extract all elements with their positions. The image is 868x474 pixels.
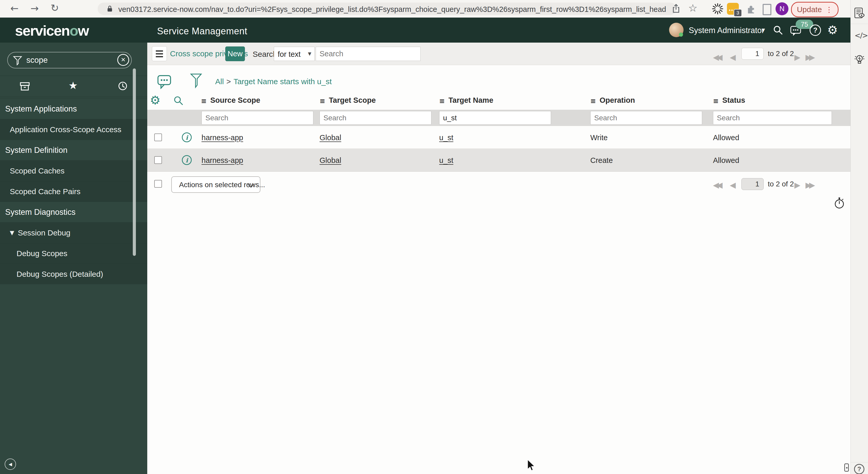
sidebar-item-label: Debug Scopes (Detailed) xyxy=(17,270,103,278)
sidebar-item-label: Scoped Cache Pairs xyxy=(10,187,81,196)
forward-icon[interactable]: → xyxy=(30,3,39,13)
reload-icon[interactable]: ↻ xyxy=(51,3,59,13)
tab-history-clock-icon[interactable] xyxy=(118,81,128,92)
column-search-toggle-icon[interactable] xyxy=(173,95,184,108)
sidebar-item-label: Application Cross-Scope Access xyxy=(10,125,121,134)
breadcrumb-filter-icon[interactable] xyxy=(190,73,202,90)
table-row[interactable]: i harness-app Global u_st Write Allowed xyxy=(147,126,850,149)
sidebar: ✕ ★ System Applications Application Cros… xyxy=(0,43,147,474)
sidebar-collapse-button[interactable]: ◀ xyxy=(5,459,16,470)
update-button[interactable]: Update ⋮ xyxy=(791,2,839,17)
prev-page-icon[interactable]: ◀ xyxy=(730,54,734,61)
sidebar-item-scoped-cache-pairs[interactable]: Scoped Cache Pairs xyxy=(0,181,147,202)
column-header-target-scope[interactable]: Target Scope xyxy=(329,96,376,105)
sidebar-item-debug-scopes[interactable]: Debug Scopes xyxy=(0,243,147,264)
page-number-input[interactable] xyxy=(741,48,764,60)
strip-help-icon[interactable]: ? xyxy=(854,464,864,474)
row-checkbox[interactable] xyxy=(154,156,162,164)
column-menu-icon[interactable]: ≡ xyxy=(590,98,596,104)
help-icon[interactable]: ? xyxy=(810,25,821,36)
filter-source-scope-input[interactable] xyxy=(202,111,313,125)
row-checkbox[interactable] xyxy=(154,133,162,141)
back-icon[interactable]: ← xyxy=(10,3,19,13)
sidebar-scrollbar[interactable] xyxy=(133,68,136,256)
cell-source-scope[interactable]: harness-app xyxy=(202,156,243,165)
new-button[interactable]: New xyxy=(225,46,245,61)
select-all-checkbox[interactable] xyxy=(154,180,162,188)
cell-target-name[interactable]: u_st xyxy=(439,156,454,165)
page-number-input[interactable] xyxy=(741,178,764,190)
column-menu-icon[interactable]: ≡ xyxy=(439,98,445,104)
user-caret-icon[interactable]: ▼ xyxy=(762,28,765,32)
user-menu[interactable]: System Administrator xyxy=(689,26,765,35)
search-type-select[interactable]: for text ▼ xyxy=(274,47,315,61)
extension-badge: 3 xyxy=(734,9,742,17)
list-context-menu-button[interactable] xyxy=(152,46,167,61)
idea-lightbulb-icon[interactable] xyxy=(853,54,866,67)
xplore-code-icon[interactable]: </> xyxy=(855,32,867,39)
sidebar-item-label: Session Debug xyxy=(18,229,70,237)
filter-target-scope-input[interactable] xyxy=(319,111,431,125)
expand-triangle-icon[interactable]: ▼ xyxy=(10,230,14,236)
cell-target-scope[interactable]: Global xyxy=(319,156,341,165)
cell-target-scope[interactable]: Global xyxy=(319,133,341,142)
filter-target-name-input[interactable] xyxy=(439,111,551,125)
chat-extension-icon[interactable]: 3 xyxy=(727,3,739,15)
prev-page-icon[interactable]: ◀ xyxy=(730,181,734,189)
navigator-filter-input[interactable] xyxy=(26,54,110,66)
actions-select[interactable]: Actions on selected rows... xyxy=(171,176,260,193)
settings-gear-icon[interactable]: ⚙ xyxy=(827,24,838,36)
filter-operation-input[interactable] xyxy=(590,111,702,125)
sidebar-item-session-debug[interactable]: ▼ Session Debug xyxy=(0,222,147,243)
loading-spinner-extension-icon[interactable] xyxy=(712,3,723,15)
column-menu-icon[interactable]: ≡ xyxy=(713,98,719,104)
column-header-status[interactable]: Status xyxy=(722,96,745,105)
filter-clear-icon[interactable]: ✕ xyxy=(117,54,129,66)
search-label: Search xyxy=(253,50,277,59)
first-page-icon[interactable]: ◀◀ xyxy=(713,54,720,61)
dock-handle-icon[interactable] xyxy=(844,464,849,472)
column-menu-icon[interactable]: ≡ xyxy=(319,98,325,104)
navigator-filter[interactable]: ✕ xyxy=(7,52,132,68)
column-header-target-name[interactable]: Target Name xyxy=(448,96,493,105)
side-panel-icon[interactable] xyxy=(763,4,771,15)
column-menu-icon[interactable]: ≡ xyxy=(201,98,207,104)
row-info-icon[interactable]: i xyxy=(182,155,192,165)
share-icon[interactable] xyxy=(671,4,681,14)
global-search-icon[interactable] xyxy=(772,25,784,37)
page-range-label: to 2 of 2 xyxy=(768,180,794,188)
row-info-icon[interactable]: i xyxy=(182,132,192,142)
breadcrumb-query[interactable]: Target Name starts with u_st xyxy=(234,77,332,86)
breadcrumb-all[interactable]: All xyxy=(215,77,224,86)
column-header-source-scope[interactable]: Source Scope xyxy=(210,96,260,105)
cell-source-scope[interactable]: harness-app xyxy=(202,133,243,142)
browser-menu-icon[interactable]: ⋮ xyxy=(826,5,833,14)
cell-target-name[interactable]: u_st xyxy=(439,133,454,142)
sidebar-item-debug-scopes-detailed[interactable]: Debug Scopes (Detailed) xyxy=(0,264,147,284)
sidebar-section-system-diagnostics[interactable]: System Diagnostics xyxy=(0,202,147,222)
first-page-icon[interactable]: ◀◀ xyxy=(713,181,720,189)
sidebar-item-label: Debug Scopes xyxy=(17,249,67,258)
sidebar-section-system-definition[interactable]: System Definition xyxy=(0,140,147,160)
bookmark-star-icon[interactable]: ☆ xyxy=(688,3,698,13)
last-page-icon[interactable]: ▶▶ xyxy=(805,54,813,61)
column-header-operation[interactable]: Operation xyxy=(599,96,635,105)
list-settings-gear-icon[interactable]: ⚙ xyxy=(150,94,160,106)
form-preview-icon[interactable] xyxy=(854,7,865,20)
table-row[interactable]: i harness-app Global u_st Create Allowed xyxy=(147,149,850,172)
next-page-icon[interactable]: ▶ xyxy=(795,181,798,189)
list-chat-icon[interactable] xyxy=(157,74,172,90)
last-page-icon[interactable]: ▶▶ xyxy=(805,181,813,189)
sidebar-item-scoped-caches[interactable]: Scoped Caches xyxy=(0,160,147,181)
next-page-icon[interactable]: ▶ xyxy=(795,54,798,61)
list-search-input[interactable] xyxy=(316,47,421,61)
url-bar[interactable]: ven03172.service-now.com/nav_to.do?uri=%… xyxy=(98,3,676,15)
tab-all-applications-icon[interactable] xyxy=(20,81,30,92)
browser-profile-avatar[interactable]: N xyxy=(776,2,788,15)
filter-status-input[interactable] xyxy=(713,111,832,125)
tab-favorites-star-icon[interactable]: ★ xyxy=(68,80,78,91)
extensions-puzzle-icon[interactable] xyxy=(746,4,756,15)
sidebar-item-application-cross-scope-access[interactable]: Application Cross-Scope Access xyxy=(0,119,147,140)
response-time-stopwatch-icon[interactable] xyxy=(833,197,845,210)
sidebar-section-system-applications[interactable]: System Applications xyxy=(0,98,147,119)
